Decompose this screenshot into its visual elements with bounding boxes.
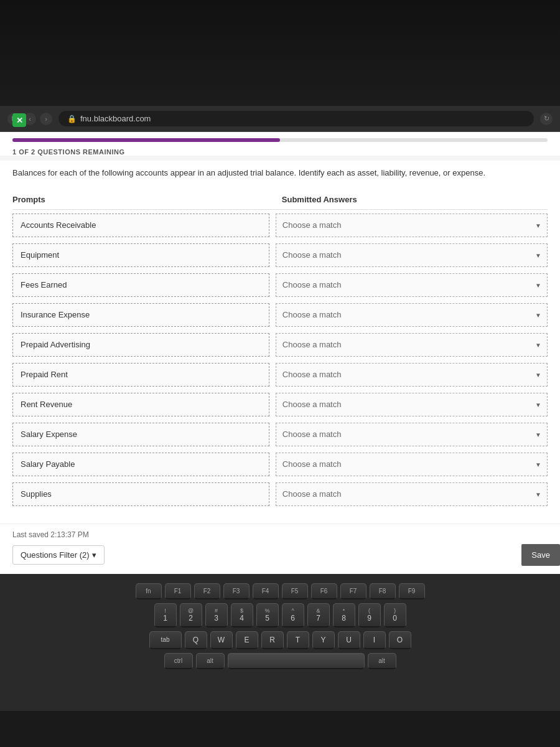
- key-y[interactable]: Y: [312, 631, 335, 649]
- answer-select-prepaid-rent[interactable]: Choose a match Asset Liability Revenue E…: [276, 363, 548, 387]
- questions-filter-button[interactable]: Questions Filter (2) ▾: [12, 545, 105, 565]
- quiz-container: Prompts Submitted Answers Accounts Recei…: [0, 189, 560, 524]
- key-alt-right[interactable]: alt: [368, 653, 396, 669]
- answer-select-wrapper-7[interactable]: Choose a match Asset Liability Revenue E…: [276, 423, 548, 446]
- progress-bar-container: [12, 138, 548, 142]
- key-5[interactable]: %5: [256, 603, 279, 627]
- key-f6[interactable]: F6: [311, 583, 337, 599]
- bottom-bar: [0, 711, 560, 748]
- key-3[interactable]: #3: [205, 603, 228, 627]
- answer-select-salary-payable[interactable]: Choose a match Asset Liability Revenue E…: [276, 453, 548, 476]
- key-w[interactable]: W: [210, 631, 233, 649]
- key-7[interactable]: &7: [307, 603, 330, 627]
- table-row: Salary Expense Choose a match Asset Liab…: [12, 421, 548, 448]
- key-f3[interactable]: F3: [223, 583, 250, 599]
- top-bezel: [0, 0, 560, 106]
- filter-dropdown-icon: ▾: [92, 550, 96, 560]
- key-8[interactable]: *8: [333, 603, 355, 627]
- address-bar[interactable]: 🔒 fnu.blackboard.com: [58, 111, 534, 126]
- key-1[interactable]: !1: [154, 603, 177, 627]
- answer-select-equipment[interactable]: Choose a match Asset Liability Revenue E…: [276, 243, 548, 267]
- answer-select-wrapper-6[interactable]: Choose a match Asset Liability Revenue E…: [276, 393, 548, 416]
- key-f7[interactable]: F7: [340, 583, 366, 599]
- prompt-equipment: Equipment: [12, 243, 269, 267]
- footer-row: Questions Filter (2) ▾ Save: [12, 545, 548, 565]
- key-q[interactable]: Q: [185, 631, 207, 649]
- answer-select-prepaid-advertising[interactable]: Choose a match Asset Liability Revenue E…: [276, 333, 548, 357]
- answer-cell-8: Choose a match Asset Liability Revenue E…: [269, 453, 548, 476]
- key-f8[interactable]: F8: [370, 583, 396, 599]
- key-fn[interactable]: fn: [136, 583, 162, 599]
- key-2[interactable]: @2: [180, 603, 202, 627]
- answer-select-rent-revenue[interactable]: Choose a match Asset Liability Revenue E…: [276, 393, 548, 416]
- key-6[interactable]: ^6: [282, 603, 304, 627]
- instructions-text: Balances for each of the following accou…: [0, 161, 560, 189]
- browser-chrome: ⊞ ‹ › 🔒 fnu.blackboard.com ↻: [0, 106, 560, 132]
- keyboard-row-fn: fn F1 F2 F3 F4 F5 F6 F7 F8 F9: [12, 583, 548, 599]
- key-u[interactable]: U: [338, 631, 360, 649]
- answers-header: Submitted Answers: [269, 195, 548, 204]
- keyboard-area: fn F1 F2 F3 F4 F5 F6 F7 F8 F9 !1 @2 #3 $…: [0, 574, 560, 711]
- key-f9[interactable]: F9: [399, 583, 425, 599]
- key-ctrl[interactable]: ctrl: [164, 653, 193, 669]
- answer-cell-0: Choose a match Asset Liability Revenue E…: [269, 214, 548, 237]
- key-0[interactable]: )0: [384, 603, 406, 627]
- prompts-header: Prompts: [12, 195, 269, 204]
- answer-cell-2: Choose a match Asset Liability Revenue E…: [269, 273, 548, 297]
- prompt-salary-payable: Salary Payable: [12, 453, 269, 476]
- keyboard-row-numbers: !1 @2 #3 $4 %5 ^6 &7 *8 (9 )0: [12, 603, 548, 627]
- answer-select-wrapper-1[interactable]: Choose a match Asset Liability Revenue E…: [276, 243, 548, 267]
- key-f2[interactable]: F2: [194, 583, 220, 599]
- key-9[interactable]: (9: [358, 603, 381, 627]
- progress-bar-fill: [12, 138, 280, 142]
- answer-select-wrapper-8[interactable]: Choose a match Asset Liability Revenue E…: [276, 453, 548, 476]
- refresh-button[interactable]: ↻: [540, 113, 553, 125]
- answer-select-insurance-expense[interactable]: Choose a match Asset Liability Revenue E…: [276, 303, 548, 327]
- answer-cell-6: Choose a match Asset Liability Revenue E…: [269, 393, 548, 416]
- keyboard-row-qwerty: tab Q W E R T Y U I O: [12, 631, 548, 649]
- answer-cell-3: Choose a match Asset Liability Revenue E…: [269, 303, 548, 327]
- table-row: Salary Payable Choose a match Asset Liab…: [12, 451, 548, 477]
- answer-select-wrapper-9[interactable]: Choose a match Asset Liability Revenue E…: [276, 482, 548, 506]
- table-row: Insurance Expense Choose a match Asset L…: [12, 302, 548, 328]
- key-r[interactable]: R: [261, 631, 284, 649]
- key-4[interactable]: $4: [231, 603, 253, 627]
- progress-section: 1 OF 2 QUESTIONS REMAINING: [0, 132, 560, 156]
- page-wrapper: ⊞ ‹ › 🔒 fnu.blackboard.com ↻ ✕ 1 OF 2 QU…: [0, 0, 560, 747]
- key-i[interactable]: I: [363, 631, 386, 649]
- table-row: Supplies Choose a match Asset Liability …: [12, 481, 548, 507]
- answer-select-wrapper-3[interactable]: Choose a match Asset Liability Revenue E…: [276, 303, 548, 327]
- key-alt[interactable]: alt: [196, 653, 225, 669]
- answer-select-wrapper-4[interactable]: Choose a match Asset Liability Revenue E…: [276, 333, 548, 357]
- close-button[interactable]: ✕: [12, 113, 26, 127]
- table-row: Fees Earned Choose a match Asset Liabili…: [12, 272, 548, 298]
- key-tab[interactable]: tab: [149, 631, 182, 649]
- save-button[interactable]: Save: [521, 544, 560, 566]
- table-row: Equipment Choose a match Asset Liability…: [12, 242, 548, 268]
- answer-select-supplies[interactable]: Choose a match Asset Liability Revenue E…: [276, 482, 548, 506]
- answer-select-wrapper-2[interactable]: Choose a match Asset Liability Revenue E…: [276, 273, 548, 297]
- url-text: fnu.blackboard.com: [80, 114, 151, 123]
- answer-select-accounts-receivable[interactable]: Choose a match Asset Liability Revenue E…: [276, 214, 548, 237]
- key-e[interactable]: E: [236, 631, 258, 649]
- forward-button[interactable]: ›: [40, 113, 52, 125]
- questions-filter-label: Questions Filter (2): [21, 550, 90, 560]
- key-o[interactable]: O: [389, 631, 411, 649]
- answer-cell-7: Choose a match Asset Liability Revenue E…: [269, 423, 548, 446]
- lock-icon: 🔒: [67, 115, 77, 123]
- key-space[interactable]: [228, 653, 365, 669]
- prompt-insurance-expense: Insurance Expense: [12, 303, 269, 327]
- key-f4[interactable]: F4: [253, 583, 279, 599]
- key-f1[interactable]: F1: [165, 583, 191, 599]
- content-area: 1 OF 2 QUESTIONS REMAINING Balances for …: [0, 132, 560, 574]
- answer-select-wrapper-5[interactable]: Choose a match Asset Liability Revenue E…: [276, 363, 548, 387]
- answer-select-wrapper-0[interactable]: Choose a match Asset Liability Revenue E…: [276, 214, 548, 237]
- key-f5[interactable]: F5: [282, 583, 308, 599]
- answer-select-fees-earned[interactable]: Choose a match Asset Liability Revenue E…: [276, 273, 548, 297]
- prompt-accounts-receivable: Accounts Receivable: [12, 214, 269, 237]
- answer-select-salary-expense[interactable]: Choose a match Asset Liability Revenue E…: [276, 423, 548, 446]
- keyboard-row-space: ctrl alt alt: [12, 653, 548, 669]
- answer-cell-1: Choose a match Asset Liability Revenue E…: [269, 243, 548, 267]
- key-t[interactable]: T: [287, 631, 309, 649]
- last-saved-text: Last saved 2:13:37 PM: [12, 530, 548, 539]
